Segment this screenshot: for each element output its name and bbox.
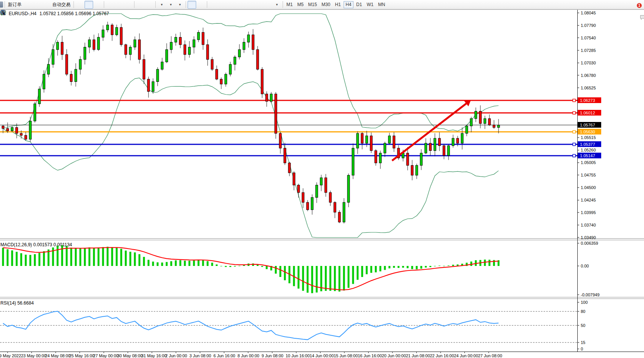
periods-dropdown[interactable]: ▼ (166, 1, 175, 9)
auto-scroll-button[interactable] (136, 1, 145, 9)
horizontal-line-button[interactable] (218, 1, 227, 9)
time-tick-label: 22 Jun 16:00 (430, 353, 454, 358)
indicator-tick-label: 0.006359 (581, 241, 598, 245)
bollinger-bands (3, 14, 499, 238)
new-chart-dropdown[interactable]: ▼ (157, 1, 166, 9)
price-tick-label: 1.05005 (581, 160, 596, 165)
time-tick-label: 6 Jun 16:00 (214, 353, 236, 358)
tile-windows-button[interactable] (124, 1, 133, 9)
time-tick-label: 27 Jun 08:00 (478, 353, 502, 358)
community-button[interactable] (33, 1, 41, 9)
timeframe-button-MN[interactable]: MN (376, 1, 387, 8)
timeframe-button-D1[interactable]: D1 (354, 1, 364, 8)
level-anchor-marker (573, 143, 575, 146)
price-tick-label: 1.04755 (581, 173, 596, 177)
autotrading-label: 自动交易 (52, 2, 70, 8)
price-tick-label: 1.06525 (581, 86, 596, 90)
time-tick-label: 3 Jun 08:00 (189, 353, 211, 358)
autotrading-button[interactable]: 自动交易 (51, 1, 72, 9)
cursor-button[interactable] (188, 1, 196, 9)
price-tick-label: 1.04245 (581, 198, 596, 202)
time-tick-label: 23 May 00:00 (21, 353, 47, 358)
time-tick-label: 27 May 00:00 (93, 353, 119, 358)
macd-signal-line (3, 247, 499, 290)
arrows-shapes-dropdown[interactable]: ▼ (272, 1, 281, 9)
time-tick-label: 2 Jun 00:00 (166, 353, 188, 358)
indicator-tick-label: 50 (581, 323, 585, 328)
time-tick-label: 15 Jun 08:00 (334, 353, 358, 358)
price-tick-label: 1.07030 (581, 61, 596, 65)
chevron-down-icon: ▼ (169, 3, 172, 6)
line-chart-button[interactable] (94, 1, 102, 9)
zoom-in-button[interactable] (106, 1, 114, 9)
indicator-tick-label: 0.00 (581, 264, 589, 268)
time-tick-label: 10 Jun 16:00 (286, 353, 310, 358)
notification-badge: 1 (637, 3, 642, 8)
indicator-tick-label: 80 (581, 309, 585, 314)
time-tick-label: 21 Jun 08:00 (406, 353, 430, 358)
timeframe-button-W1[interactable]: W1 (365, 1, 375, 8)
time-axis[interactable]: 19 May 202223 May 00:0024 May 08:0025 Ma… (0, 352, 502, 358)
toolbar-separator (134, 1, 134, 8)
time-tick-label: 31 May 16:00 (141, 353, 167, 358)
toolbar-separator (207, 1, 207, 8)
time-tick-label: 14 Jun 00:00 (310, 353, 334, 358)
time-tick-label: 9 Jun 08:00 (262, 353, 284, 358)
toolbar-separator (5, 1, 5, 8)
indicator-tick-label: -0.007949 (581, 292, 600, 297)
price-tick-label: 1.03490 (581, 235, 596, 240)
price-tick-label: 1.06780 (581, 73, 596, 78)
timeframe-toolbar: M1M5M15M30H1H4D1W1MN (284, 1, 387, 8)
toolbar-separator (104, 1, 104, 8)
templates-dropdown[interactable]: ▼ (175, 1, 184, 9)
price-tick-label: 1.07540 (581, 36, 596, 40)
chevron-down-icon: ▼ (178, 3, 181, 6)
text-button[interactable]: A (254, 1, 263, 9)
indicator-axes: 0.0063590.00-0.0079491008050150 (577, 241, 600, 351)
toolbar-separator (283, 1, 283, 8)
toolbar-separator (73, 1, 74, 8)
timeframe-button-H4[interactable]: H4 (344, 1, 353, 8)
indicator-tick-label: 100 (581, 300, 588, 305)
fibonacci-button[interactable]: F (245, 1, 254, 9)
timeframe-button-M30[interactable]: M30 (320, 1, 332, 8)
price-level-label: 1.05377 (580, 142, 595, 147)
chart-shift-button[interactable] (145, 1, 154, 9)
price-level-label: 1.05630 (580, 130, 595, 134)
timeframe-button-M15[interactable]: M15 (306, 1, 319, 8)
signals-button[interactable] (42, 1, 50, 9)
price-tick-label: 1.05515 (581, 135, 596, 140)
zoom-out-button[interactable] (115, 1, 123, 9)
new-order-button[interactable]: 新订单 (6, 1, 23, 9)
price-tick-label: 1.05260 (581, 148, 596, 152)
price-tick-label: 1.03995 (581, 210, 596, 215)
clipped-toolbar-icon[interactable] (0, 2, 3, 8)
candles-layer (2, 22, 500, 224)
chart-canvas[interactable]: 1.080451.077901.075401.072851.070301.067… (0, 9, 644, 358)
bar-chart-button[interactable] (75, 1, 84, 9)
timeframe-button-M5[interactable]: M5 (295, 1, 306, 8)
chevron-down-icon: ▼ (275, 3, 278, 6)
market-button[interactable] (23, 1, 32, 9)
crosshair-button[interactable] (197, 1, 205, 9)
toolbar-separator (186, 1, 186, 8)
text-label-button[interactable]: T (263, 1, 272, 9)
new-order-label: 新订单 (8, 2, 22, 8)
timeframe-button-M1[interactable]: M1 (284, 1, 295, 8)
vertical-line-button[interactable] (209, 1, 217, 9)
toolbar-separator (155, 1, 156, 8)
time-tick-label: 25 May 16:00 (69, 353, 95, 358)
equidistant-channel-button[interactable]: E (236, 1, 245, 9)
trendline-button[interactable] (227, 1, 236, 9)
timeframe-button-H1[interactable]: H1 (333, 1, 343, 8)
price-level-label: 1.05147 (580, 153, 595, 158)
time-tick-label: 24 May 08:00 (45, 353, 70, 358)
price-level-lines (0, 99, 577, 157)
time-tick-label: 16 Jun 16:00 (358, 353, 382, 358)
price-tick-label: 1.04500 (581, 185, 596, 190)
price-tick-label: 1.03740 (581, 223, 596, 227)
level-anchor-marker (573, 99, 575, 102)
price-axis[interactable]: 1.080451.077901.075401.072851.070301.067… (577, 11, 601, 240)
candlestick-chart-button[interactable] (84, 1, 93, 9)
level-anchor-marker (573, 112, 575, 114)
